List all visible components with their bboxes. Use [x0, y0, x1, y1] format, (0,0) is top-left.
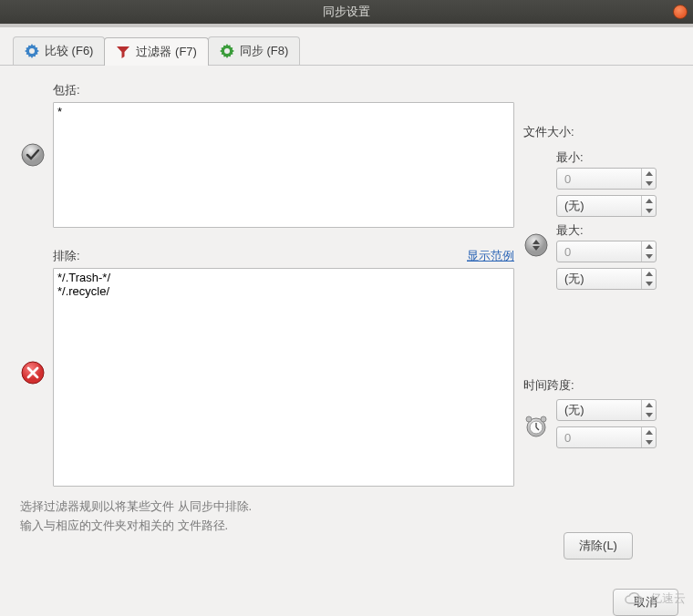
tabs-row: 比较 (F6) 过滤器 (F7) 同步 (F8) [0, 27, 693, 65]
funnel-icon [116, 45, 130, 59]
gear-icon [220, 44, 234, 58]
clear-button[interactable]: 清除(L) [564, 532, 633, 560]
show-example-link[interactable]: 显示范例 [467, 248, 514, 264]
check-circle-icon [20, 142, 46, 168]
tab-sync[interactable]: 同步 (F8) [208, 36, 300, 65]
close-icon[interactable] [673, 5, 688, 19]
filter-right-column: 文件大小: 最小: 0 [523, 82, 673, 574]
max-size-spinner[interactable]: 0 [556, 241, 657, 262]
svg-point-6 [541, 416, 546, 422]
min-size-spinner[interactable]: 0 [556, 168, 657, 190]
hint-text: 选择过滤器规则以将某些文件 从同步中排除. 输入与相应的文件夹对相关的 文件路径… [20, 498, 514, 536]
window-title: 同步设置 [323, 4, 370, 20]
hint-line: 选择过滤器规则以将某些文件 从同步中排除. [20, 498, 514, 517]
error-circle-icon [20, 360, 46, 385]
hint-line: 输入与相应的文件夹对相关的 文件路径. [20, 517, 514, 536]
tab-content: 包括: 排除: 显示范例 [0, 65, 693, 583]
max-label: 最大: [556, 222, 673, 239]
exclude-textarea[interactable] [53, 268, 514, 487]
gear-icon [25, 44, 39, 58]
tab-label: 同步 (F8) [240, 43, 288, 59]
exclude-label: 排除: [53, 248, 80, 264]
window-titlebar: 同步设置 [0, 0, 693, 24]
svg-point-2 [525, 234, 547, 256]
timespan-title: 时间跨度: [523, 377, 673, 394]
max-unit-combo[interactable]: (无) [556, 268, 657, 290]
updown-circle-icon [523, 232, 549, 258]
exclude-block: 排除: 显示范例 [20, 248, 514, 498]
window-body: 比较 (F6) 过滤器 (F7) 同步 (F8) [0, 27, 693, 616]
svg-point-5 [526, 416, 532, 422]
tab-compare[interactable]: 比较 (F6) [13, 36, 105, 65]
include-textarea[interactable] [53, 102, 514, 228]
tab-filter[interactable]: 过滤器 (F7) [104, 37, 208, 66]
min-label: 最小: [556, 149, 673, 166]
min-unit-combo[interactable]: (无) [556, 195, 657, 217]
tab-label: 比较 (F6) [45, 43, 93, 59]
include-label: 包括: [53, 82, 80, 98]
svg-point-7 [636, 599, 639, 601]
watermark: 亿速云 [623, 590, 686, 607]
svg-point-8 [640, 599, 643, 601]
clock-icon [523, 414, 549, 439]
filesize-title: 文件大小: [523, 124, 673, 140]
timespan-spinner[interactable]: 0 [556, 426, 657, 448]
cloud-icon [623, 591, 646, 606]
filter-left-column: 包括: 排除: 显示范例 [20, 82, 514, 574]
dialog-footer: 取消 [0, 583, 693, 616]
include-block: 包括: [20, 82, 514, 228]
tab-label: 过滤器 (F7) [136, 44, 196, 60]
timespan-unit-combo[interactable]: (无) [556, 399, 657, 421]
